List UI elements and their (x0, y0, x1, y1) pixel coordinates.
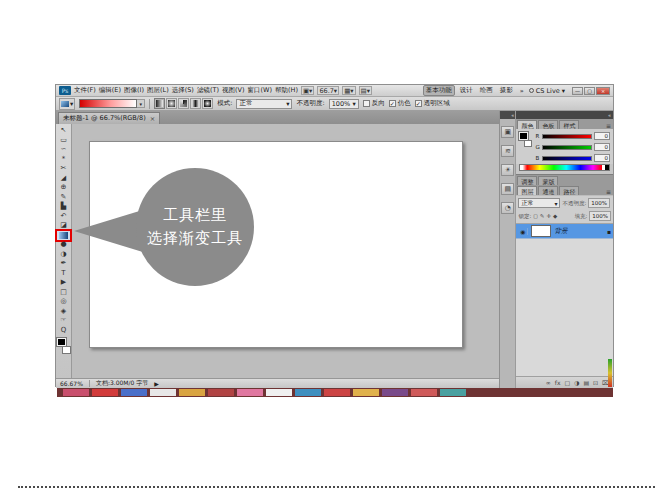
eraser-tool[interactable]: ◪ (57, 221, 70, 231)
blend-mode-select[interactable]: 正常▾ (236, 99, 292, 109)
blue-slider[interactable] (542, 156, 592, 161)
menu-layer[interactable]: 图层(L) (147, 86, 169, 95)
menu-filter[interactable]: 滤镜(T) (197, 86, 219, 95)
menu-edit[interactable]: 编辑(E) (99, 86, 121, 95)
foreground-color-swatch[interactable] (519, 132, 528, 140)
move-tool[interactable]: ↖ (57, 126, 70, 136)
workspace-design[interactable]: 设计 (458, 86, 475, 95)
rectangular-marquee-tool[interactable]: ▭ (57, 136, 70, 146)
lock-pixels-icon[interactable]: ✎ (540, 213, 545, 219)
panel-menu-icon[interactable]: ≡ (604, 122, 613, 129)
dither-checkbox[interactable]: ✓仿色 (389, 99, 411, 108)
layer-group-icon[interactable]: ▤ (583, 379, 589, 386)
transparency-checkbox[interactable]: ✓透明区域 (415, 99, 450, 108)
layer-opacity-field[interactable]: 100% (588, 198, 610, 208)
tab-channels[interactable]: 通道 (538, 186, 558, 195)
screen-mode-button[interactable]: ▤▾ (359, 86, 372, 95)
workspace-overflow-button[interactable]: » (518, 87, 526, 95)
layer-thumbnail[interactable] (531, 225, 551, 237)
menu-window[interactable]: 窗口(W) (247, 86, 272, 95)
document-tab[interactable]: 未标题-1 @ 66.7%(RGB/8) × (58, 112, 160, 124)
panel-color-swatches[interactable] (519, 132, 532, 147)
tab-paths[interactable]: 路径 (559, 186, 579, 195)
minimize-button[interactable]: — (572, 87, 583, 95)
linear-gradient-button[interactable] (154, 98, 165, 109)
gradient-tool[interactable] (57, 231, 70, 241)
blur-tool[interactable]: ● (57, 240, 70, 250)
adjustments-panel-icon[interactable]: ☀ (501, 164, 514, 176)
menu-file[interactable]: 文件(F) (74, 86, 96, 95)
collapse-dock-icon[interactable]: « (516, 111, 613, 119)
close-tab-icon[interactable]: × (150, 115, 155, 123)
angle-gradient-button[interactable] (178, 98, 189, 109)
tab-layers[interactable]: 图层 (517, 186, 537, 195)
lock-transparent-icon[interactable]: ◻ (533, 213, 538, 219)
panel-menu-icon[interactable]: ≡ (604, 188, 613, 195)
tab-swatches[interactable]: 色板 (538, 120, 558, 129)
arrange-documents-button[interactable]: ▦▾ (342, 86, 355, 95)
hand-tool[interactable]: ☞ (57, 316, 70, 326)
layer-style-icon[interactable]: fx (555, 379, 561, 386)
background-color-swatch[interactable] (62, 346, 71, 354)
tab-styles[interactable]: 样式 (559, 120, 579, 129)
path-selection-tool[interactable]: ▶ (57, 278, 70, 288)
layer-mask-icon[interactable]: ▢ (564, 379, 570, 386)
tab-masks[interactable]: 蒙版 (538, 176, 558, 185)
status-expand-icon[interactable]: ▶ (154, 380, 159, 387)
menu-select[interactable]: 选择(S) (172, 86, 194, 95)
dodge-tool[interactable]: ◑ (57, 250, 70, 260)
cs-live-button[interactable]: CS Live▾ (529, 87, 565, 95)
tab-adjustments[interactable]: 调整 (517, 176, 537, 185)
workspace-painting[interactable]: 绘画 (478, 86, 495, 95)
opacity-field[interactable]: 100%▾ (329, 99, 359, 109)
close-button[interactable]: × (596, 87, 610, 95)
radial-gradient-button[interactable] (166, 98, 177, 109)
3d-camera-tool[interactable]: ◈ (57, 307, 70, 317)
menu-image[interactable]: 图像(I) (124, 86, 144, 95)
history-panel-icon[interactable]: ≋ (501, 145, 514, 157)
reverse-checkbox[interactable]: 反向 (363, 99, 385, 108)
status-zoom-field[interactable]: 66.67% (60, 380, 90, 387)
diamond-gradient-button[interactable] (202, 98, 213, 109)
foreground-color-swatch[interactable] (57, 338, 66, 346)
quick-selection-tool[interactable]: * (57, 155, 70, 165)
shape-tool[interactable]: □ (57, 288, 70, 298)
gradient-picker-dropdown[interactable]: ▾ (137, 99, 145, 108)
info-panel-icon[interactable]: ◔ (501, 202, 514, 214)
green-value-field[interactable]: 0 (594, 143, 610, 151)
type-tool[interactable]: T (57, 269, 70, 279)
ps-logo-icon[interactable]: Ps (59, 86, 71, 95)
healing-brush-tool[interactable]: ⊕ (57, 183, 70, 193)
layer-blend-mode-select[interactable]: 正常▾ (518, 198, 560, 208)
background-color-swatch[interactable] (524, 140, 532, 147)
maximize-button[interactable]: ▢ (584, 87, 595, 95)
red-slider[interactable] (542, 134, 592, 139)
color-swatches[interactable] (57, 338, 71, 354)
visibility-eye-icon[interactable]: ◉ (518, 228, 528, 235)
adjustment-layer-icon[interactable]: ◑ (574, 379, 579, 386)
eyedropper-tool[interactable]: ◢ (57, 174, 70, 184)
fill-field[interactable]: 100% (589, 211, 611, 221)
history-brush-tool[interactable]: ↶ (57, 212, 70, 222)
pen-tool[interactable]: ✒ (57, 259, 70, 269)
green-slider[interactable] (542, 145, 592, 150)
gradient-preview[interactable] (79, 99, 137, 108)
blue-value-field[interactable]: 0 (594, 154, 610, 162)
crop-tool[interactable]: ✂ (57, 164, 70, 174)
tab-color[interactable]: 颜色 (517, 120, 537, 129)
bridge-launcher-button[interactable]: ▣▾ (301, 86, 314, 95)
masks-panel-icon[interactable]: ▤ (501, 183, 514, 195)
menu-help[interactable]: 帮助(H) (275, 86, 298, 95)
brush-tool[interactable]: ✎ (57, 193, 70, 203)
clone-stamp-tool[interactable]: ▙ (57, 202, 70, 212)
tool-preset-picker[interactable]: ▾ (59, 98, 75, 110)
link-layers-icon[interactable]: ∞ (546, 379, 551, 386)
lock-all-icon[interactable]: ◆ (553, 213, 557, 219)
color-spectrum-ramp[interactable] (519, 164, 610, 171)
workspace-essentials[interactable]: 基本功能 (423, 85, 455, 96)
new-layer-icon[interactable]: ⊡ (593, 379, 598, 386)
collapse-strip-icon[interactable]: « (500, 111, 515, 119)
mini-bridge-icon[interactable]: ▣ (501, 126, 514, 138)
red-value-field[interactable]: 0 (594, 132, 610, 140)
layer-row-background[interactable]: ◉ 背景 ▪ (516, 224, 613, 239)
